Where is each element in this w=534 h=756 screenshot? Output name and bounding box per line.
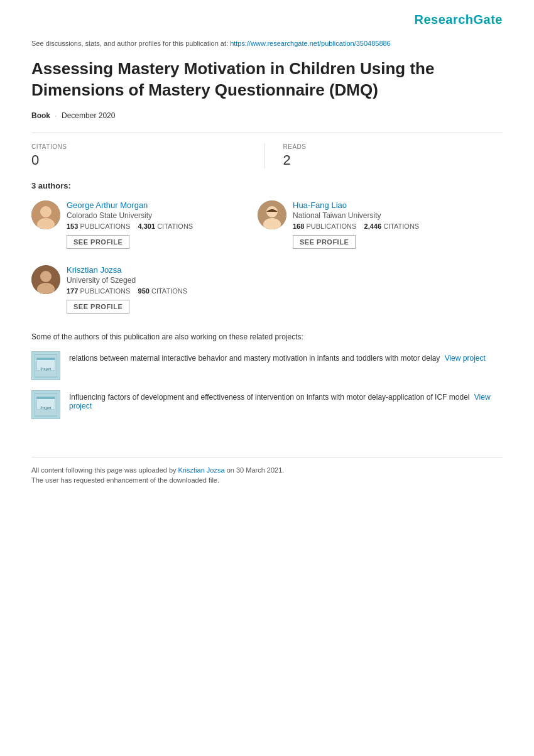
author-cite-label-0: CITATIONS [157,222,193,230]
author-affiliation-0: Colorado State University [67,211,245,220]
publication-link[interactable]: https://www.researchgate.net/publication… [230,40,391,47]
author-stats-1: 168 PUBLICATIONS 2,446 CITATIONS [293,222,471,230]
notice-text: See discussions, stats, and author profi… [31,40,230,47]
project-description-1: Influencing factors of development and e… [69,393,469,402]
project-description-0: relations between maternal interactive b… [69,354,440,363]
author-pub-label-0: PUBLICATIONS [80,222,130,230]
footer-line2: The user has requested enhancement of th… [31,476,503,484]
header-logo: ResearchGate [31,13,503,27]
related-projects-section: Some of the authors of this publication … [31,332,503,419]
project-text-1: Influencing factors of development and e… [69,390,503,410]
author-cite-label-2: CITATIONS [151,287,187,295]
author-cite-count-2: 950 [138,287,150,295]
project-item-1: Project Influencing factors of developme… [31,390,503,419]
related-projects-heading: Some of the authors of this publication … [31,332,503,341]
reads-value: 2 [283,152,503,168]
author-card-0: George Arthur Morgan Colorado State Univ… [31,200,245,253]
author-stats-0: 153 PUBLICATIONS 4,301 CITATIONS [67,222,245,230]
author-cite-label-1: CITATIONS [383,222,419,230]
author-pub-label-2: PUBLICATIONS [80,287,130,295]
footer-line1: All content following this page was uplo… [31,466,503,474]
author-card-2: Krisztian Jozsa University of Szeged 177… [31,265,245,317]
svg-point-7 [40,271,52,282]
avatar-placeholder-0 [31,200,60,229]
paper-type: Book [31,111,50,120]
researchgate-logo: ResearchGate [414,13,503,26]
author-cite-count-1: 2,446 [364,222,382,230]
author-pub-count-0: 153 [67,222,78,230]
svg-point-1 [40,206,52,217]
see-profile-button-2[interactable]: SEE PROFILE [67,300,129,314]
project-icon-1: Project [31,390,60,419]
project-icon-0: Project [31,351,60,380]
author-cite-count-0: 4,301 [138,222,156,230]
page-container: ResearchGate See discussions, stats, and… [0,0,534,509]
author-affiliation-2: University of Szeged [67,276,245,285]
author-info-0: George Arthur Morgan Colorado State Univ… [67,200,245,249]
paper-date: December 2020 [62,111,115,120]
citations-label: CITATIONS [31,143,251,150]
author-info-2: Krisztian Jozsa University of Szeged 177… [67,265,245,314]
logo-gate: Gate [474,13,503,26]
author-card-1: Hua-Fang Liao National Taiwan University… [258,200,471,253]
book-date: Book · December 2020 [31,111,503,120]
divider-top [31,133,503,133]
footer-date-text: on 30 March 2021. [227,466,285,474]
avatar-placeholder-1 [258,200,286,229]
author-avatar-1 [258,200,286,229]
authors-grid: George Arthur Morgan Colorado State Univ… [31,200,503,317]
avatar-placeholder-2 [31,265,60,294]
svg-rect-11 [37,358,55,360]
svg-text:Project: Project [40,407,51,410]
paper-title: Assessing Mastery Motivation in Children… [31,58,503,101]
see-discussions-notice: See discussions, stats, and author profi… [31,40,503,47]
author-affiliation-1: National Taiwan University [293,211,471,220]
author-pub-count-1: 168 [293,222,304,230]
author-info-1: Hua-Fang Liao National Taiwan University… [293,200,471,249]
author-name-2[interactable]: Krisztian Jozsa [67,265,245,275]
stats-row: CITATIONS 0 READS 2 [31,143,503,168]
view-project-link-0[interactable]: View project [445,354,486,363]
author-stats-2: 177 PUBLICATIONS 950 CITATIONS [67,287,245,295]
author-name-0[interactable]: George Arthur Morgan [67,200,245,210]
author-pub-label-1: PUBLICATIONS [306,222,356,230]
footer-uploaded-text: All content following this page was uplo… [31,466,178,474]
see-profile-button-1[interactable]: SEE PROFILE [293,235,356,249]
citations-stat: CITATIONS 0 [31,143,264,168]
logo-research: Research [414,13,473,26]
author-pub-count-2: 177 [67,287,78,295]
author-top-1: Hua-Fang Liao National Taiwan University… [258,200,471,249]
project-item-0: Project relations between maternal inter… [31,351,503,380]
author-avatar-0 [31,200,60,229]
author-avatar-2 [31,265,60,294]
footer: All content following this page was uplo… [31,457,503,484]
svg-text:Project: Project [40,368,51,371]
reads-label: READS [283,143,503,150]
authors-section: 3 authors: George A [31,181,503,317]
author-top-0: George Arthur Morgan Colorado State Univ… [31,200,245,249]
svg-rect-15 [37,397,55,399]
project-text-0: relations between maternal interactive b… [69,351,503,363]
authors-heading: 3 authors: [31,181,503,190]
separator: · [55,111,57,120]
see-profile-button-0[interactable]: SEE PROFILE [67,235,129,249]
reads-stat: READS 2 [264,143,503,168]
footer-uploader-link[interactable]: Krisztian Jozsa [178,466,225,474]
citations-value: 0 [31,152,251,168]
author-name-1[interactable]: Hua-Fang Liao [293,200,471,210]
author-top-2: Krisztian Jozsa University of Szeged 177… [31,265,245,314]
